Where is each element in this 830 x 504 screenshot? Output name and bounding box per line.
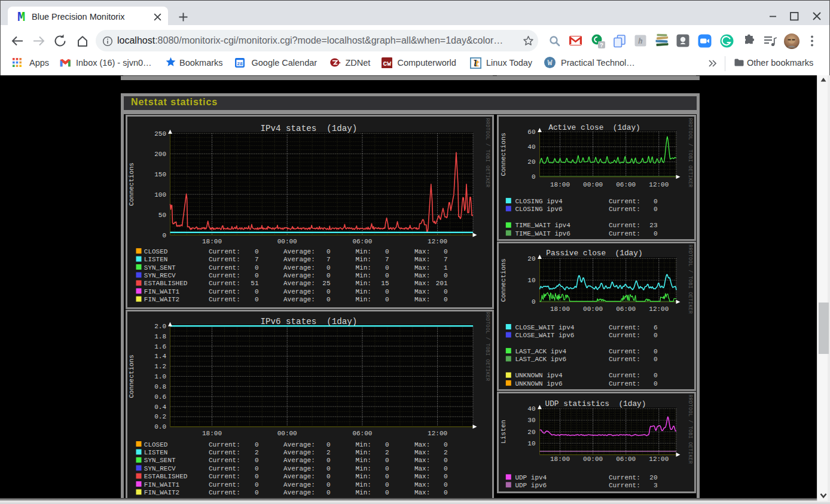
svg-text:Current:: Current: [609,372,640,379]
svg-text:2: 2 [443,448,447,456]
svg-text:7: 7 [326,256,330,263]
svg-text:12:00: 12:00 [428,430,447,437]
svg-text:0: 0 [326,457,330,464]
svg-text:0: 0 [532,298,536,306]
svg-text:0: 0 [654,380,658,387]
svg-text:0: 0 [254,457,258,464]
svg-text:0: 0 [326,264,330,271]
svg-text:250: 250 [154,130,166,137]
svg-text:1: 1 [443,264,447,271]
svg-text:0: 0 [326,465,330,472]
svg-text:Average:: Average: [283,280,315,287]
svg-text:12:00: 12:00 [428,238,447,245]
svg-text:M: M [17,10,25,22]
svg-text:Max:: Max: [414,248,429,255]
svg-text:0: 0 [654,348,658,355]
svg-text:Min:: Min: [355,280,371,287]
svg-text:SYN_SENT: SYN_SENT [144,457,175,464]
svg-text:2.0: 2.0 [154,322,166,329]
svg-text:Listen: Listen [500,420,507,444]
svg-text:Average:: Average: [283,441,315,448]
svg-text:Max:: Max: [414,465,429,472]
svg-text:0: 0 [254,264,258,271]
svg-text:CLOSE_WAIT ipv4: CLOSE_WAIT ipv4 [515,324,574,331]
svg-text:0: 0 [654,230,658,237]
svg-text:Current:: Current: [609,197,640,204]
svg-text:Current:: Current: [209,481,240,488]
svg-text:Current:: Current: [209,465,240,472]
svg-text:00:00: 00:00 [277,430,297,437]
svg-text:Min:: Min: [355,481,371,488]
svg-text:Connections: Connections [127,162,135,206]
svg-text:0: 0 [385,441,389,448]
svg-text:18:00: 18:00 [550,306,570,313]
svg-text:0: 0 [326,488,330,496]
svg-text:LAST_ACK ipv4: LAST_ACK ipv4 [515,348,566,355]
svg-text:00:00: 00:00 [277,238,297,245]
svg-text:Average:: Average: [283,256,315,263]
svg-text:25: 25 [322,280,330,287]
svg-text:Current:: Current: [609,222,640,229]
svg-text:30: 30 [527,417,535,424]
svg-text:FIN_WAIT1: FIN_WAIT1 [144,481,179,488]
svg-text:Current:: Current: [209,280,240,287]
svg-text:Min:: Min: [355,448,371,456]
svg-text:0: 0 [385,288,389,295]
svg-text:Max:: Max: [414,488,429,496]
svg-text:Max:: Max: [414,280,429,287]
svg-text:TIME_WAIT ipv4: TIME_WAIT ipv4 [515,222,570,229]
svg-text:06:00: 06:00 [352,430,372,437]
svg-text:12:00: 12:00 [649,181,669,188]
svg-text:RRDTOOL / TOBI OETIKER: RRDTOOL / TOBI OETIKER [687,245,693,314]
svg-text:0: 0 [385,248,389,255]
svg-text:FIN_WAIT2: FIN_WAIT2 [144,488,179,496]
svg-text:12:00: 12:00 [649,306,669,313]
svg-text:IPv6 states (1day): IPv6 states (1day) [260,317,357,326]
svg-text:Min:: Min: [355,465,371,472]
svg-text:UDP ipv6: UDP ipv6 [515,482,547,489]
svg-text:CLOSING ipv6: CLOSING ipv6 [515,205,562,212]
svg-text:40: 40 [527,405,535,413]
svg-text:FIN_WAIT2: FIN_WAIT2 [144,296,179,303]
svg-text:0: 0 [385,473,389,480]
svg-text:3: 3 [654,482,658,489]
svg-text:UDP ipv4: UDP ipv4 [515,474,547,481]
svg-text:0: 0 [326,473,330,480]
svg-text:Average:: Average: [283,481,315,488]
svg-text:0.4: 0.4 [154,403,166,410]
svg-text:TIME_WAIT ipv6: TIME_WAIT ipv6 [515,230,570,237]
svg-text:0: 0 [254,488,258,496]
svg-text:Current:: Current: [609,324,640,331]
svg-text:2: 2 [254,448,258,456]
svg-text:Max:: Max: [414,264,429,271]
svg-text:0: 0 [443,473,447,480]
svg-text:0: 0 [254,296,258,303]
svg-text:Min:: Min: [355,296,371,303]
svg-text:0: 0 [443,288,447,295]
svg-text:20: 20 [527,255,535,262]
svg-text:Max:: Max: [414,448,429,456]
svg-text:0: 0 [254,465,258,472]
svg-text:06:00: 06:00 [616,306,636,313]
svg-text:0: 0 [654,372,658,379]
svg-text:Max:: Max: [414,441,429,448]
svg-text:Current:: Current: [209,473,240,480]
svg-text:Min:: Min: [355,264,371,271]
svg-text:0: 0 [654,205,658,212]
svg-text:Average:: Average: [283,248,315,255]
svg-text:SYN_SENT: SYN_SENT [144,264,175,271]
svg-text:ESTABLISHED: ESTABLISHED [144,473,187,480]
svg-text:0: 0 [654,197,658,204]
svg-text:Current:: Current: [209,288,240,295]
svg-text:Min:: Min: [355,473,371,480]
svg-text:0: 0 [443,441,447,448]
svg-text:20: 20 [527,429,535,436]
svg-text:Average:: Average: [283,488,315,496]
svg-text:0: 0 [443,488,447,496]
svg-text:0: 0 [326,481,330,488]
svg-text:0: 0 [326,288,330,295]
svg-text:0: 0 [162,231,166,239]
svg-text:1.0: 1.0 [154,373,166,380]
svg-text:00:00: 00:00 [583,181,603,188]
svg-text:Connections: Connections [127,355,135,398]
